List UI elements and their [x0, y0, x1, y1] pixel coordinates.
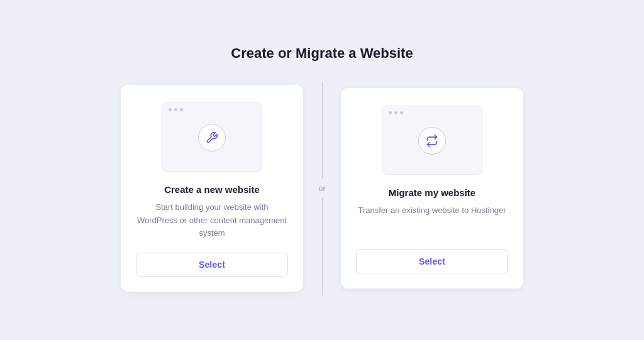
cards-container: Create a new website Start building your…: [121, 82, 523, 295]
browser-dot-m1: [389, 111, 392, 114]
migrate-card-description: Transfer an existing website to Hostinge…: [358, 204, 506, 237]
wrench-icon-circle: [198, 124, 226, 151]
or-line-bottom: [322, 198, 323, 295]
browser-dots: [162, 103, 262, 115]
wrench-icon: [206, 131, 218, 144]
browser-dots-migrate: [382, 106, 482, 118]
or-divider: or: [303, 82, 341, 295]
browser-dot-1: [169, 108, 172, 111]
migrate-card: Migrate my website Transfer an existing …: [341, 88, 523, 288]
browser-dot-m3: [400, 111, 403, 114]
browser-dot-3: [180, 108, 183, 111]
or-text: or: [318, 178, 326, 198]
migrate-card-title: Migrate my website: [389, 187, 475, 198]
or-line-top: [322, 82, 323, 179]
create-card-description: Start building your website with WordPre…: [136, 201, 288, 240]
browser-dot-m2: [394, 111, 397, 114]
create-card: Create a new website Start building your…: [121, 85, 303, 292]
create-card-illustration: [162, 102, 262, 172]
create-card-title: Create a new website: [164, 184, 260, 195]
browser-dot-2: [174, 108, 177, 111]
migrate-select-button[interactable]: Select: [356, 250, 508, 273]
migrate-card-illustration: [382, 106, 482, 175]
create-select-button[interactable]: Select: [136, 253, 288, 277]
browser-content-create: [162, 115, 262, 160]
browser-content-migrate: [382, 118, 482, 163]
page-title: Create or Migrate a Website: [231, 45, 413, 62]
arrows-icon: [426, 134, 438, 147]
migrate-icon-circle: [418, 127, 446, 155]
